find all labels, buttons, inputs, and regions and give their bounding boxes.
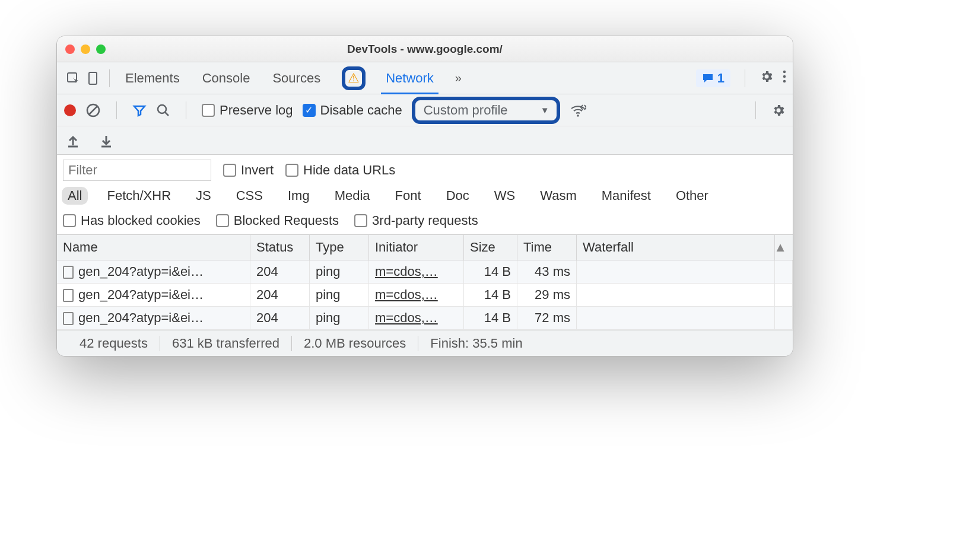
- table-row[interactable]: gen_204?atyp=i&ei…204pingm=cdos,…14 B43 …: [57, 260, 793, 284]
- preserve-log-label: Preserve log: [220, 103, 293, 118]
- filter-toggle-icon[interactable]: [132, 103, 147, 117]
- throttling-value: Custom profile: [424, 103, 508, 118]
- close-window-button[interactable]: [65, 44, 75, 54]
- document-icon: [63, 289, 74, 302]
- type-wasm[interactable]: Wasm: [534, 187, 583, 205]
- minimize-window-button[interactable]: [81, 44, 90, 54]
- cell-time: 29 ms: [517, 284, 577, 306]
- throttling-warning-icon: ⚠: [342, 66, 366, 90]
- tab-sources[interactable]: Sources: [271, 62, 322, 94]
- cell-waterfall: [577, 260, 775, 283]
- cell-initiator[interactable]: m=cdos,…: [369, 307, 464, 329]
- cell-waterfall: [577, 307, 775, 329]
- cell-name: gen_204?atyp=i&ei…: [57, 307, 250, 329]
- type-fetch-xhr[interactable]: Fetch/XHR: [101, 187, 177, 205]
- checkbox-checked-icon: ✓: [303, 104, 316, 117]
- preserve-log-checkbox[interactable]: Preserve log: [202, 103, 293, 118]
- cell-gutter: [775, 307, 793, 329]
- more-options-icon[interactable]: [782, 70, 787, 87]
- cell-status: 204: [250, 260, 310, 283]
- checkbox-icon: [216, 214, 229, 227]
- sort-indicator-icon: ▲: [775, 235, 793, 260]
- has-blocked-cookies-label: Has blocked cookies: [81, 213, 201, 228]
- requests-table: Name Status Type Initiator Size Time Wat…: [57, 235, 793, 330]
- col-time[interactable]: Time: [517, 235, 577, 260]
- table-row[interactable]: gen_204?atyp=i&ei…204pingm=cdos,…14 B29 …: [57, 284, 793, 307]
- document-icon: [63, 266, 74, 279]
- issues-badge[interactable]: 1: [696, 69, 730, 87]
- record-button[interactable]: [64, 104, 76, 116]
- disable-cache-checkbox[interactable]: ✓ Disable cache: [303, 103, 402, 118]
- inspect-element-icon[interactable]: [63, 71, 83, 85]
- col-waterfall[interactable]: Waterfall: [577, 235, 775, 260]
- col-initiator[interactable]: Initiator: [369, 235, 464, 260]
- chevron-down-icon: ▼: [541, 105, 549, 115]
- col-status[interactable]: Status: [250, 235, 310, 260]
- cell-size: 14 B: [464, 307, 517, 329]
- cell-type: ping: [310, 260, 369, 283]
- checkbox-icon: [63, 214, 76, 227]
- clear-button[interactable]: [85, 103, 101, 118]
- table-header: Name Status Type Initiator Size Time Wat…: [57, 235, 793, 260]
- message-icon: [702, 73, 714, 84]
- zoom-window-button[interactable]: [96, 44, 106, 54]
- issues-count: 1: [717, 71, 724, 86]
- table-row[interactable]: gen_204?atyp=i&ei…204pingm=cdos,…14 B72 …: [57, 307, 793, 330]
- cell-type: ping: [310, 307, 369, 329]
- hide-data-urls-checkbox[interactable]: Hide data URLs: [285, 163, 395, 178]
- cell-type: ping: [310, 284, 369, 306]
- svg-point-9: [577, 114, 579, 117]
- network-settings-icon[interactable]: [771, 103, 786, 117]
- settings-icon[interactable]: [760, 69, 774, 87]
- import-har-icon[interactable]: [100, 133, 113, 148]
- invert-checkbox[interactable]: Invert: [223, 163, 274, 178]
- export-har-icon[interactable]: [66, 133, 80, 148]
- separator: [745, 69, 745, 87]
- blocked-requests-checkbox[interactable]: Blocked Requests: [216, 213, 339, 228]
- cell-status: 204: [250, 307, 310, 329]
- search-icon[interactable]: [156, 103, 170, 117]
- network-conditions-icon[interactable]: [570, 103, 586, 117]
- type-all[interactable]: All: [62, 187, 88, 205]
- more-tabs-icon[interactable]: »: [455, 71, 462, 85]
- type-js[interactable]: JS: [190, 187, 217, 205]
- checkbox-icon: [202, 104, 215, 117]
- extra-filters: Has blocked cookies Blocked Requests 3rd…: [57, 209, 793, 235]
- resource-type-filter: All Fetch/XHR JS CSS Img Media Font Doc …: [57, 183, 793, 209]
- devtools-window: DevTools - www.google.com/ Elements Cons…: [56, 36, 793, 357]
- device-toolbar-icon[interactable]: [83, 71, 103, 85]
- svg-point-4: [783, 79, 786, 82]
- separator: [755, 101, 756, 119]
- col-size[interactable]: Size: [464, 235, 517, 260]
- invert-label: Invert: [241, 163, 274, 178]
- type-other[interactable]: Other: [670, 187, 714, 205]
- tab-elements[interactable]: Elements: [124, 62, 181, 94]
- cell-initiator[interactable]: m=cdos,…: [369, 284, 464, 306]
- separator: [116, 101, 117, 119]
- blocked-requests-label: Blocked Requests: [234, 213, 339, 228]
- titlebar: DevTools - www.google.com/: [57, 36, 793, 62]
- throttling-select[interactable]: Custom profile ▼: [412, 97, 560, 124]
- filter-input[interactable]: [63, 160, 211, 181]
- status-transferred: 631 kB transferred: [160, 336, 292, 351]
- tab-network[interactable]: Network: [385, 62, 435, 94]
- svg-line-8: [165, 112, 169, 116]
- third-party-checkbox[interactable]: 3rd-party requests: [354, 213, 478, 228]
- status-finish: Finish: 35.5 min: [418, 336, 534, 351]
- cell-gutter: [775, 260, 793, 283]
- has-blocked-cookies-checkbox[interactable]: Has blocked cookies: [63, 213, 201, 228]
- cell-time: 72 ms: [517, 307, 577, 329]
- type-font[interactable]: Font: [389, 187, 427, 205]
- type-ws[interactable]: WS: [488, 187, 521, 205]
- type-manifest[interactable]: Manifest: [596, 187, 657, 205]
- type-img[interactable]: Img: [282, 187, 316, 205]
- type-media[interactable]: Media: [329, 187, 376, 205]
- cell-initiator[interactable]: m=cdos,…: [369, 260, 464, 283]
- cell-name: gen_204?atyp=i&ei…: [57, 284, 250, 306]
- type-doc[interactable]: Doc: [440, 187, 475, 205]
- separator: [109, 69, 110, 87]
- tab-console[interactable]: Console: [201, 62, 252, 94]
- col-name[interactable]: Name: [57, 235, 250, 260]
- type-css[interactable]: CSS: [230, 187, 269, 205]
- col-type[interactable]: Type: [310, 235, 369, 260]
